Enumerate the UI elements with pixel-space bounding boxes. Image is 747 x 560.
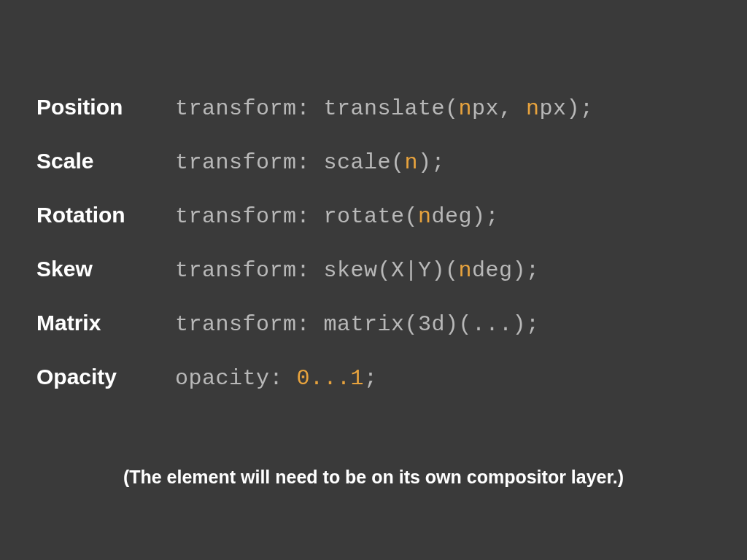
row-label: Position (36, 95, 175, 120)
row-code: transform: matrix(3d)(...); (175, 312, 540, 337)
table-row: Matrix transform: matrix(3d)(...); (36, 311, 711, 337)
row-code: transform: scale(n); (175, 150, 445, 175)
table-row: Rotation transform: rotate(ndeg); (36, 203, 711, 229)
row-code: transform: rotate(ndeg); (175, 204, 499, 229)
row-code: opacity: 0...1; (175, 366, 378, 391)
properties-table: Position transform: translate(npx, npx);… (36, 95, 711, 419)
table-row: Skew transform: skew(X|Y)(ndeg); (36, 257, 711, 283)
row-label: Rotation (36, 203, 175, 228)
table-row: Position transform: translate(npx, npx); (36, 95, 711, 121)
row-label: Skew (36, 257, 175, 281)
table-row: Scale transform: scale(n); (36, 149, 711, 175)
row-code: transform: skew(X|Y)(ndeg); (175, 258, 540, 283)
row-code: transform: translate(npx, npx); (175, 96, 594, 121)
footnote: (The element will need to be on its own … (0, 467, 747, 488)
row-label: Matrix (36, 311, 175, 335)
table-row: Opacity opacity: 0...1; (36, 365, 711, 391)
row-label: Opacity (36, 365, 175, 389)
row-label: Scale (36, 149, 175, 174)
